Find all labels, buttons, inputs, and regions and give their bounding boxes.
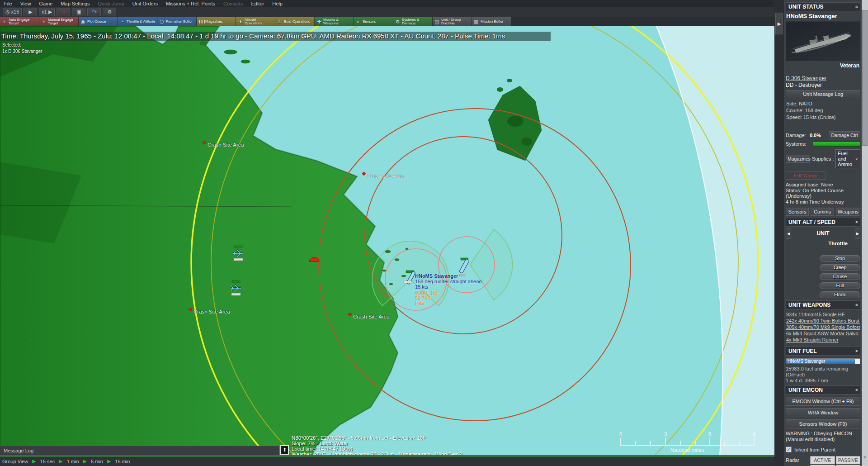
- toolbar-aircraft-operations[interactable]: ✈Aircraft Operations: [236, 17, 275, 26]
- throttle-full-button[interactable]: Full: [820, 282, 860, 289]
- interval-1min[interactable]: 1 min: [67, 459, 79, 464]
- group-view-toggle[interactable]: Group View: [2, 459, 28, 464]
- unit-label-signal: 56.7dB: [415, 295, 431, 301]
- toolbar-boat-operations[interactable]: ≋Boat Operations: [275, 17, 315, 26]
- unit-fuel-header[interactable]: UNIT FUEL »: [786, 347, 860, 356]
- interval-5min[interactable]: 5 min: [91, 459, 103, 464]
- play-triangle-icon[interactable]: ▶: [59, 458, 62, 464]
- play-triangle-icon[interactable]: ▶: [83, 458, 87, 464]
- weapon-link[interactable]: 305x 40mm/70 Mk9 Single Bofors Burst [4 …: [786, 324, 860, 330]
- toolbar-magazines[interactable]: ❚❚❚Magazines: [197, 17, 236, 26]
- crash-site-marker[interactable]: [349, 313, 351, 316]
- unit-emcon-header[interactable]: UNIT EMCON »: [786, 385, 860, 395]
- aircraft-unit[interactable]: [233, 246, 243, 261]
- weapon-link[interactable]: 6x Mk4 Squid ASW Mortar Salvo [3 rnds]: [786, 331, 860, 337]
- toolbar-label: Sensors: [363, 20, 376, 24]
- unit-db-link[interactable]: D 306 Stavanger: [786, 75, 860, 81]
- collapse-chevron-icon[interactable]: »: [854, 389, 859, 391]
- menu-view[interactable]: View: [16, 1, 35, 6]
- toolbar-sensors[interactable]: ◐Sensors: [354, 17, 393, 26]
- toolbar-label: Plot Course: [87, 20, 106, 24]
- unit-message-log-button[interactable]: Unit Message Log: [786, 90, 860, 98]
- message-log-bar[interactable]: Message Log: [0, 446, 279, 455]
- menu-editor[interactable]: Editor: [247, 1, 268, 6]
- toolbar-manual-engage-target[interactable]: ⌖Manual Engage Target: [39, 17, 79, 26]
- panel-title: UNIT WEAPONS: [788, 302, 830, 308]
- map-canvas[interactable]: HNoMS Stavanger 158 deg rudder straight …: [0, 26, 775, 456]
- menu-game[interactable]: Game: [35, 1, 57, 6]
- sidebar-scrollbar[interactable]: ▼: [862, 0, 868, 466]
- unit-alt-speed-header[interactable]: UNIT ALT / SPEED »: [786, 218, 860, 227]
- next-unit-button[interactable]: ▶: [855, 228, 860, 239]
- menu-file[interactable]: File: [0, 1, 16, 6]
- comms-button[interactable]: Comms: [811, 208, 834, 216]
- throttle-flank-button[interactable]: Flank: [820, 291, 860, 298]
- jump-button[interactable]: ↷: [87, 8, 101, 16]
- tactical-map[interactable]: HNoMS Stavanger 158 deg rudder straight …: [0, 26, 775, 456]
- toolbar-label: Formation Editor: [166, 20, 193, 24]
- gear-icon: ⚙: [108, 9, 112, 15]
- toolbar-mission-editor[interactable]: ▦Mission Editor: [472, 17, 511, 26]
- unit-status-header[interactable]: UNIT STATUS »: [786, 2, 860, 11]
- sensors-button[interactable]: Sensors: [786, 208, 809, 216]
- weapon-link[interactable]: 242x 40mm/60 Twin Bofors Burst [4 rnds]: [786, 318, 860, 324]
- weapons-button[interactable]: Weapons: [836, 208, 860, 216]
- toolbar-unit-group-doctrine[interactable]: ▤Unit / Group Doctrine: [433, 17, 472, 26]
- damage-ctrl-button[interactable]: Damage Ctrl: [829, 131, 860, 139]
- record-button[interactable]: ●: [57, 8, 70, 16]
- prev-unit-button[interactable]: ◀: [786, 228, 791, 239]
- manual-engage-icon: ⌖: [41, 20, 47, 24]
- recorder-icon: ▣: [76, 9, 81, 15]
- fuel-gauge: HNoMS Stavanger: [786, 358, 860, 364]
- time-control-bar: ◷ x15 ▶ x1 ▶ ● ▣ ↷ ⚙: [0, 7, 868, 17]
- unit-weapons-header[interactable]: UNIT WEAPONS »: [786, 300, 860, 309]
- radar-active-button[interactable]: ACTIVE: [810, 456, 835, 464]
- wra-window-button[interactable]: WRA Window: [786, 408, 860, 417]
- toolbar-mounts-weapons[interactable]: ✚Mounts & Weapons: [315, 17, 354, 26]
- menu-missions-ref-points[interactable]: Missions + Ref. Points: [162, 1, 219, 6]
- play-triangle-icon[interactable]: ▶: [107, 458, 111, 464]
- radar-passive-button[interactable]: PASSIVE: [836, 456, 861, 464]
- menu-help[interactable]: Help: [268, 1, 287, 6]
- supplies-dropdown[interactable]: Fuel and Ammo ∨: [835, 149, 860, 168]
- toolbar-throttle-altitude[interactable]: ◔Throttle & Altitude: [118, 17, 157, 26]
- collapse-chevron-icon[interactable]: »: [854, 350, 859, 352]
- toolbar-auto-engage-target[interactable]: ⌖Auto Engage Target: [0, 17, 39, 26]
- throttle-creep-button[interactable]: Creep: [820, 264, 860, 271]
- collapse-chevron-icon[interactable]: »: [854, 5, 859, 8]
- throttle-stop-button[interactable]: Stop: [820, 255, 860, 262]
- north-up-icon[interactable]: ⬆: [280, 445, 289, 455]
- weapon-link[interactable]: 934x 114mm/45 Single HE: [786, 312, 860, 318]
- crash-site-marker[interactable]: [189, 308, 192, 311]
- scrollbar-thumb[interactable]: [862, 10, 868, 146]
- emcon-window-button[interactable]: EMCON Window (Ctrl + F9): [786, 397, 860, 406]
- play-triangle-icon[interactable]: ▶: [32, 458, 36, 464]
- recorder-view-button[interactable]: ▣: [72, 8, 85, 16]
- toolbar-systems-damage[interactable]: ⚙Systems & Damage: [393, 17, 433, 26]
- toolbar-plot-course[interactable]: ◉Plot Course: [79, 17, 118, 26]
- menu-unit-orders[interactable]: Unit Orders: [128, 1, 162, 6]
- settings-button[interactable]: ⚙: [103, 8, 116, 16]
- step-x1-button[interactable]: x1 ▶: [39, 8, 55, 16]
- collapse-chevron-icon[interactable]: »: [854, 304, 859, 306]
- panel-title: UNIT STATUS: [788, 4, 824, 10]
- play-button[interactable]: ▶: [24, 8, 37, 16]
- magazines-button[interactable]: Magazines: [786, 155, 810, 163]
- interval-15min[interactable]: 15 min: [115, 459, 130, 464]
- crash-site-marker[interactable]: [363, 172, 365, 175]
- toolbar-formation-editor[interactable]: ⬡Formation Editor: [157, 17, 197, 26]
- menu-map-settings[interactable]: Map Settings: [57, 1, 94, 6]
- aircraft-unit[interactable]: [231, 281, 241, 295]
- sensors-window-button[interactable]: Sensors Window (F9): [786, 419, 860, 428]
- interval-15sec[interactable]: 15 sec: [40, 459, 55, 464]
- inherit-checkbox[interactable]: ✓: [786, 447, 792, 452]
- collapse-chevron-icon[interactable]: »: [854, 221, 859, 223]
- time-compression-button[interactable]: ◷ x15: [3, 8, 22, 16]
- weapon-link[interactable]: 4x Mk9 Straight Runner: [786, 337, 860, 343]
- toolbar-label: Unit / Group Doctrine: [441, 18, 470, 25]
- sidebar-collapse-button[interactable]: ▶: [775, 13, 783, 34]
- crash-site-marker[interactable]: [203, 141, 206, 144]
- throttle-cruise-button[interactable]: Cruise: [820, 273, 860, 280]
- unit-group-toggle[interactable]: UNIT: [791, 230, 855, 237]
- scrollbar-down-icon[interactable]: ▼: [862, 455, 868, 460]
